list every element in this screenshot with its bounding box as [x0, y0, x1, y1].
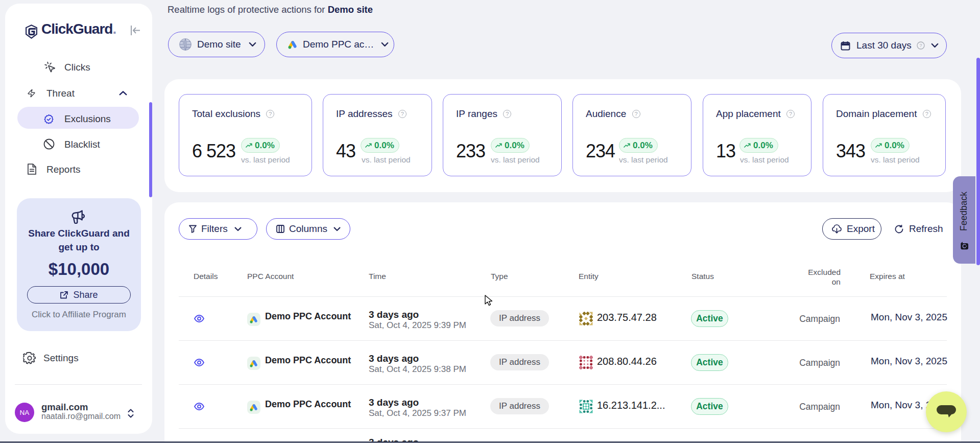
svg-text:?: ? — [919, 43, 922, 48]
